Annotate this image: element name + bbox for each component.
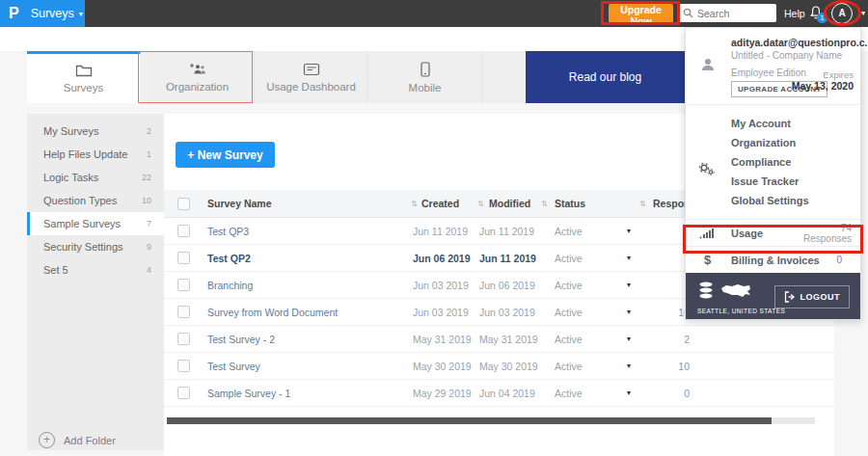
datacenter-location: SEATTLE, UNITED STATES <box>697 308 785 314</box>
status-caret-icon[interactable]: ▾ <box>627 380 631 407</box>
sort-icon[interactable]: ⇅ <box>411 190 418 218</box>
horizontal-scrollbar[interactable] <box>167 417 815 424</box>
row-checkbox[interactable] <box>177 252 190 264</box>
sidebar-item-help-files-update[interactable]: Help Files Update 1 <box>27 143 164 166</box>
questionpro-logo: P <box>9 5 19 22</box>
expires-label: Expires <box>792 69 854 80</box>
status-caret-icon[interactable]: ▾ <box>627 326 631 353</box>
modified-date: May 30 2019 <box>479 353 538 380</box>
sort-icon[interactable]: ⇅ <box>477 190 484 218</box>
status-caret-icon[interactable]: ▾ <box>627 299 631 326</box>
menu-item-my-account[interactable]: My Account <box>686 114 860 133</box>
row-checkbox[interactable] <box>177 333 190 345</box>
section-tabs: Surveys Organization Usage Dashboard Mob… <box>27 51 685 103</box>
survey-name-link[interactable]: Test QP3 <box>207 218 249 245</box>
tab-surveys[interactable]: Surveys <box>27 51 141 103</box>
survey-name-link[interactable]: Sample Survey - 1 <box>207 380 290 407</box>
us-map-icon <box>720 282 751 299</box>
tabstrip-filler <box>482 51 526 103</box>
sidebar-item-count: 2 <box>147 126 151 136</box>
sidebar-item-sample-surveys[interactable]: Sample Surveys 7 <box>27 212 164 235</box>
usage-value: 74 <box>803 223 852 233</box>
app-menu-label[interactable]: Surveys <box>31 7 74 20</box>
menu-item-usage[interactable]: Usage 74 Responses <box>686 220 860 247</box>
row-checkbox[interactable] <box>177 225 190 237</box>
account-company: Untitled - Company Name <box>731 50 842 61</box>
scrollbar-thumb[interactable] <box>167 417 772 424</box>
account-menu-list: My Account Organization Compliance Issue… <box>686 105 860 220</box>
sidebar-item-set-5[interactable]: Set 5 4 <box>27 258 164 282</box>
sort-icon[interactable]: ⇅ <box>541 190 548 218</box>
search-input[interactable] <box>697 8 773 19</box>
account-footer: SEATTLE, UNITED STATES LOGOUT <box>686 273 860 319</box>
row-checkbox[interactable] <box>177 360 190 372</box>
survey-name-link[interactable]: Survey from Word Document <box>207 299 338 326</box>
tab-organization[interactable]: Organization <box>141 51 255 103</box>
menu-item-organization[interactable]: Organization <box>686 133 860 152</box>
row-checkbox[interactable] <box>177 306 190 318</box>
status-value: Active <box>555 218 583 245</box>
col-created[interactable]: Created <box>421 190 459 218</box>
upgrade-now-button[interactable]: Upgrade Now <box>609 4 673 23</box>
created-date: Jun 06 2019 <box>413 245 471 272</box>
tab-usage-dashboard[interactable]: Usage Dashboard <box>255 51 368 103</box>
tab-mobile[interactable]: Mobile <box>368 51 482 103</box>
tab-label: Organization <box>166 81 229 93</box>
status-value: Active <box>555 272 583 299</box>
created-date: Jun 03 2019 <box>413 299 469 326</box>
billing-value: 0 <box>836 247 842 273</box>
chevron-down-icon: ▾ <box>861 9 865 17</box>
col-status[interactable]: Status <box>555 190 585 218</box>
status-value: Active <box>555 299 583 326</box>
status-value: Active <box>555 353 583 380</box>
survey-name-link[interactable]: Test QP2 <box>207 245 251 272</box>
dashboard-icon <box>303 63 320 76</box>
help-link[interactable]: Help <box>784 8 805 19</box>
response-count: 0 <box>641 380 690 407</box>
logout-button[interactable]: LOGOUT <box>774 285 851 308</box>
modified-date: Jun 06 2019 <box>479 272 535 299</box>
dollar-icon: $ <box>704 247 711 273</box>
product-switcher[interactable]: P Surveys ▾ <box>0 0 85 27</box>
sidebar-item-security-settings[interactable]: Security Settings 9 <box>27 235 164 258</box>
usage-stats: 74 Responses <box>803 223 852 244</box>
survey-name-link[interactable]: Test Survey - 2 <box>207 326 275 353</box>
status-value: Active <box>555 245 583 272</box>
sidebar-item-question-types[interactable]: Question Types 10 <box>27 189 164 212</box>
modified-date: Jun 11 2019 <box>479 245 536 272</box>
modified-date: Jun 03 2019 <box>479 299 535 326</box>
sidebar-item-label: Logic Tasks <box>43 172 142 183</box>
menu-item-billing-invoices[interactable]: $ Billing & Invoices 0 <box>686 247 860 273</box>
account-summary: aditya.datar@questionpro.c... Untitled -… <box>686 28 860 105</box>
tab-label: Usage Dashboard <box>266 81 356 93</box>
row-checkbox[interactable] <box>177 387 190 399</box>
status-caret-icon[interactable]: ▾ <box>627 245 631 272</box>
add-folder-button[interactable]: + Add Folder <box>39 432 116 448</box>
status-caret-icon[interactable]: ▾ <box>627 353 631 380</box>
status-value: Active <box>555 380 583 407</box>
table-row: Test Survey May 30 2019 May 30 2019 Acti… <box>164 353 834 380</box>
survey-name-link[interactable]: Branching <box>207 272 253 299</box>
col-modified[interactable]: Modified <box>489 190 530 218</box>
new-survey-button[interactable]: + New Survey <box>176 142 275 168</box>
sidebar-item-logic-tasks[interactable]: Logic Tasks 22 <box>27 166 164 189</box>
logout-icon <box>784 291 796 303</box>
created-date: May 30 2019 <box>413 353 472 380</box>
search-box[interactable] <box>678 4 776 22</box>
modified-date: May 31 2019 <box>479 326 538 353</box>
sidebar-item-label: Set 5 <box>43 264 147 276</box>
avatar[interactable]: A <box>831 3 853 24</box>
row-checkbox[interactable] <box>177 279 190 291</box>
sidebar-item-my-surveys[interactable]: My Surveys 2 <box>27 120 164 143</box>
sidebar-item-count: 1 <box>147 149 151 159</box>
select-all-checkbox[interactable] <box>177 198 190 210</box>
read-our-blog-button[interactable]: Read our blog <box>526 51 685 103</box>
status-caret-icon[interactable]: ▾ <box>627 272 631 299</box>
menu-item-global-settings[interactable]: Global Settings <box>686 191 860 210</box>
top-bar: P Surveys ▾ Upgrade Now Help 1 ▾ A ▾ <box>0 0 868 27</box>
survey-name-link[interactable]: Test Survey <box>207 353 260 380</box>
created-date: May 29 2019 <box>413 380 472 407</box>
sort-icon[interactable]: ⇅ <box>639 190 646 218</box>
col-survey-name[interactable]: Survey Name <box>207 190 272 218</box>
status-caret-icon[interactable]: ▾ <box>627 218 631 245</box>
